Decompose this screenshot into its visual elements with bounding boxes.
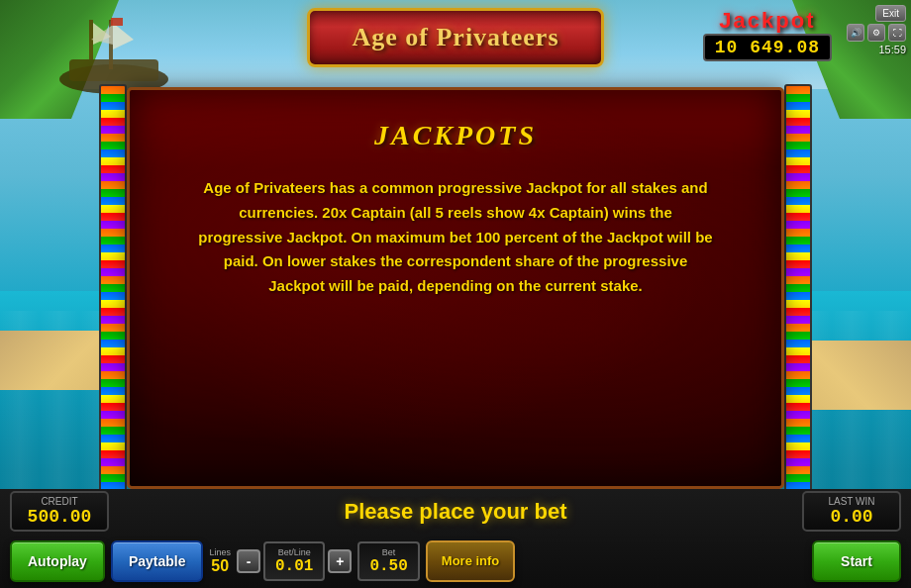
panel-content: JACKPOTS Age of Privateers has a common … xyxy=(130,90,781,329)
bet-line-increase-button[interactable]: + xyxy=(328,549,352,573)
bet-line-group: - Bet/Line 0.01 + xyxy=(237,541,352,581)
jackpot-label: Jackpot xyxy=(703,8,832,34)
bet-line-decrease-button[interactable]: - xyxy=(237,549,260,573)
start-button[interactable]: Start xyxy=(812,540,901,582)
side-strip-left-inner xyxy=(99,84,127,504)
time-display: 15:59 xyxy=(878,44,906,55)
main-panel: JACKPOTS Age of Privateers has a common … xyxy=(127,87,784,489)
bet-line-display: Bet/Line 0.01 xyxy=(263,541,325,581)
info-row: Credit 500.00 Please place your bet Last… xyxy=(0,489,911,534)
lines-group: Lines 50 xyxy=(209,547,231,575)
bet-message: Please place your bet xyxy=(114,499,797,525)
last-win-box: Last Win 0.00 xyxy=(802,491,901,532)
exit-button[interactable]: Exit xyxy=(875,5,906,22)
autoplay-button[interactable]: Autoplay xyxy=(10,540,105,582)
side-strip-right-inner xyxy=(784,84,812,504)
game-title-logo: Age of Privateers xyxy=(307,8,604,67)
bet-label: Bet xyxy=(369,547,407,557)
expand-icon[interactable]: ⛶ xyxy=(888,24,906,42)
volume-icon[interactable]: 🔊 xyxy=(847,24,864,42)
top-controls: Exit 🔊 ⚙ ⛶ 15:59 xyxy=(847,5,906,55)
lines-box: Lines 50 xyxy=(209,547,231,575)
bet-value: 0.50 xyxy=(369,557,407,575)
lines-value: 50 xyxy=(209,557,231,575)
bet-line-label: Bet/Line xyxy=(275,547,313,557)
jackpots-body: Age of Privateers has a common progressi… xyxy=(198,176,713,299)
bet-line-value: 0.01 xyxy=(275,557,313,575)
last-win-label: Last Win xyxy=(819,496,884,507)
settings-icon[interactable]: ⚙ xyxy=(867,24,885,42)
side-strip-left xyxy=(99,84,127,504)
more-info-button[interactable]: More info xyxy=(426,540,516,582)
bet-display: Bet 0.50 xyxy=(357,541,419,581)
paytable-button[interactable]: Paytable xyxy=(111,540,204,582)
credit-value: 500.00 xyxy=(27,507,92,527)
last-win-value: 0.00 xyxy=(819,507,884,527)
controls-row: Autoplay Paytable Lines 50 - Bet/Line 0.… xyxy=(0,534,911,588)
lines-label: Lines xyxy=(209,547,231,557)
jackpots-title: JACKPOTS xyxy=(169,120,742,151)
control-icons: 🔊 ⚙ ⛶ xyxy=(847,24,906,42)
bottom-bar: Credit 500.00 Please place your bet Last… xyxy=(0,489,911,588)
header: Age of Privateers Jackpot 10 649.08 Exit… xyxy=(0,0,911,84)
credit-box: Credit 500.00 xyxy=(10,491,109,532)
side-strip-right xyxy=(784,84,812,504)
game-title: Age of Privateers xyxy=(352,23,558,52)
jackpot-value: 10 649.08 xyxy=(703,34,832,61)
jackpot-display: Jackpot 10 649.08 xyxy=(703,8,832,61)
credit-label: Credit xyxy=(27,496,92,507)
